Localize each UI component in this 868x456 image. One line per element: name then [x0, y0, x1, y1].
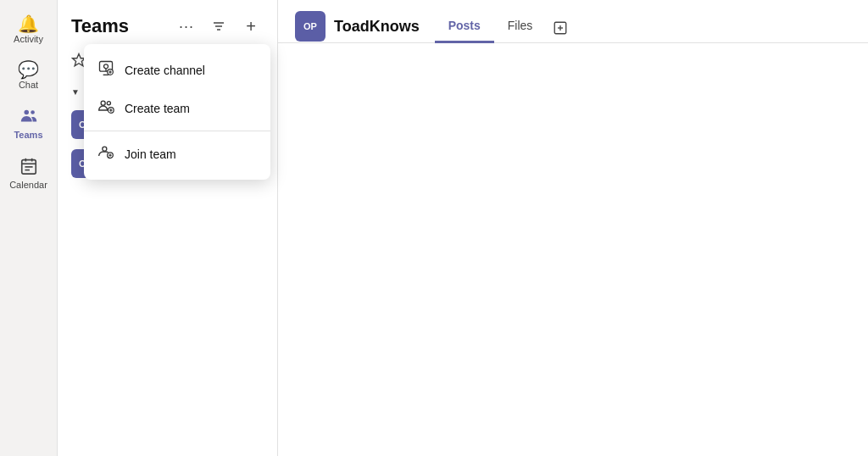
dropdown-divider — [84, 131, 270, 131]
dropdown-join-team[interactable]: Join team — [84, 135, 270, 173]
teams-panel-title: Teams — [71, 15, 129, 37]
svg-point-21 — [103, 147, 107, 151]
svg-point-12 — [104, 64, 108, 69]
sidebar-item-label-teams: Teams — [14, 130, 42, 140]
teams-panel-header: Teams ··· + — [58, 0, 277, 46]
calendar-icon — [19, 157, 38, 178]
join-team-icon — [97, 143, 114, 164]
teams-add-button[interactable]: + — [238, 14, 264, 39]
sidebar-item-chat[interactable]: 💬 Chat — [5, 54, 53, 97]
sidebar-item-calendar[interactable]: Calendar — [5, 150, 53, 197]
tab-add-button[interactable] — [546, 14, 575, 42]
content-team-avatar: OP — [295, 11, 326, 42]
dropdown-create-channel-label: Create channel — [125, 64, 205, 77]
svg-point-16 — [101, 101, 105, 105]
teams-icon — [19, 107, 38, 128]
pinned-arrow-icon: ▼ — [71, 87, 80, 97]
content-team-name: ToadKnows — [334, 18, 420, 36]
chat-icon: 💬 — [18, 61, 39, 78]
teams-more-button[interactable]: ··· — [174, 14, 199, 39]
svg-point-17 — [107, 102, 110, 105]
sidebar-item-label-chat: Chat — [19, 80, 38, 90]
dropdown-create-channel[interactable]: Create channel — [84, 51, 270, 89]
main-area: Teams ··· + — [58, 0, 868, 456]
svg-point-1 — [31, 110, 35, 114]
tab-files[interactable]: Files — [494, 10, 547, 43]
sidebar-item-activity[interactable]: 🔔 Activity — [5, 8, 53, 51]
content-area: OP ToadKnows Posts Files — [278, 0, 868, 456]
tab-posts[interactable]: Posts — [435, 10, 494, 43]
sidebar-item-label-activity: Activity — [14, 34, 43, 44]
create-team-icon — [97, 97, 114, 119]
svg-point-0 — [24, 110, 29, 115]
content-tabs: Posts Files — [435, 10, 851, 42]
dropdown-menu: Create channel Create team — [84, 44, 270, 180]
dropdown-create-team[interactable]: Create team — [84, 89, 270, 127]
teams-filter-button[interactable] — [206, 14, 231, 39]
teams-panel: Teams ··· + — [58, 0, 278, 456]
create-channel-icon — [97, 59, 114, 81]
sidebar-item-teams[interactable]: Teams — [5, 100, 53, 147]
sidebar-item-label-calendar: Calendar — [9, 180, 47, 190]
content-header: OP ToadKnows Posts Files — [278, 0, 868, 43]
teams-header-actions: ··· + — [174, 14, 264, 39]
dropdown-join-team-label: Join team — [125, 147, 176, 161]
activity-icon: 🔔 — [18, 15, 39, 32]
dropdown-create-team-label: Create team — [125, 102, 190, 115]
sidebar: 🔔 Activity 💬 Chat Teams — [0, 0, 58, 456]
